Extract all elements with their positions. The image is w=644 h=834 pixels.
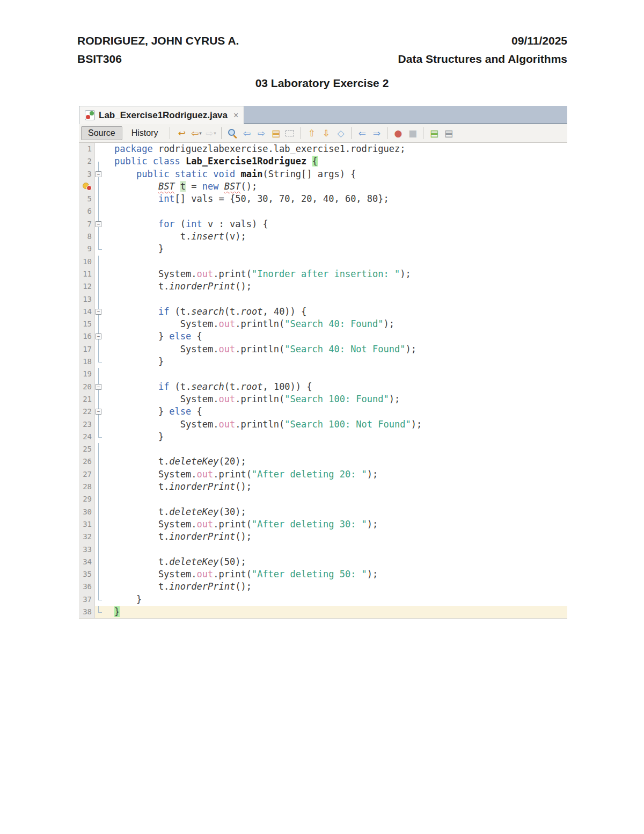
line-number[interactable]: 14: [79, 306, 95, 318]
line-number[interactable]: 24: [79, 431, 95, 443]
forward-icon[interactable]: ⇨▾: [204, 127, 217, 140]
find-selection-icon[interactable]: [225, 127, 239, 140]
code-line[interactable]: } else {: [113, 330, 567, 343]
line-number[interactable]: 25: [79, 443, 95, 455]
code-line[interactable]: int[] vals = {50, 30, 70, 20, 40, 60, 80…: [113, 193, 567, 205]
code-line[interactable]: System.out.print("After deleting 30: ");: [113, 518, 567, 531]
code-fold-toggle[interactable]: −: [95, 405, 113, 418]
code-line[interactable]: [113, 443, 567, 455]
line-number[interactable]: 5: [79, 193, 95, 205]
start-macro-recording-icon[interactable]: ●: [391, 127, 405, 140]
code-line[interactable]: System.out.print("Inorder after insertio…: [113, 268, 567, 280]
code-line[interactable]: [113, 205, 567, 217]
code-line[interactable]: t.deleteKey(30);: [113, 506, 567, 518]
code-line[interactable]: [113, 368, 567, 380]
line-number[interactable]: 19: [79, 368, 95, 380]
code-line[interactable]: if (t.search(t.root, 100)) {: [113, 381, 567, 393]
line-number[interactable]: 17: [79, 343, 95, 356]
find-next-icon[interactable]: ⇨: [254, 127, 268, 140]
code-line[interactable]: }: [113, 606, 567, 618]
code-line[interactable]: t.inorderPrint();: [113, 481, 567, 493]
code-line[interactable]: public class Lab_Exercise1Rodriguez {: [113, 155, 567, 168]
line-number[interactable]: 33: [79, 543, 95, 556]
line-number[interactable]: 36: [79, 581, 95, 593]
find-previous-icon[interactable]: ⇦: [240, 127, 253, 140]
next-bookmark-icon[interactable]: ⇩: [319, 127, 333, 140]
code-line[interactable]: }: [113, 356, 567, 368]
fold-collapse-icon[interactable]: −: [96, 221, 101, 227]
line-number[interactable]: 1: [79, 143, 95, 155]
code-line[interactable]: [113, 543, 567, 556]
code-line[interactable]: package rodriguezlabexercise.lab_exercis…: [113, 143, 567, 155]
previous-bookmark-icon[interactable]: ⇧: [305, 127, 318, 140]
code-line[interactable]: }: [113, 593, 567, 606]
line-number[interactable]: 35: [79, 568, 95, 581]
line-number[interactable]: 2: [79, 155, 95, 168]
line-number[interactable]: 13: [79, 293, 95, 306]
line-number[interactable]: 20: [79, 381, 95, 393]
line-number[interactable]: 38: [79, 606, 95, 618]
line-number[interactable]: 18: [79, 356, 95, 368]
code-line[interactable]: t.inorderPrint();: [113, 280, 567, 293]
line-number[interactable]: 11: [79, 268, 95, 280]
stop-macro-recording-icon[interactable]: ■: [406, 127, 419, 140]
error-hint-gutter-cell[interactable]: [79, 180, 95, 193]
last-edit-icon[interactable]: ↩: [175, 127, 188, 140]
line-number[interactable]: 29: [79, 493, 95, 505]
line-number[interactable]: 15: [79, 318, 95, 330]
toggle-highlight-search-icon[interactable]: ▤: [269, 127, 282, 140]
line-number[interactable]: 10: [79, 256, 95, 268]
line-number[interactable]: 32: [79, 531, 95, 543]
code-line[interactable]: System.out.print("After deleting 50: ");: [113, 568, 567, 581]
back-icon[interactable]: ⇦▾: [189, 127, 203, 140]
line-number[interactable]: 3: [79, 168, 95, 180]
fold-collapse-icon[interactable]: −: [96, 309, 101, 315]
uncomment-icon[interactable]: ▤: [442, 127, 455, 140]
code-line[interactable]: }: [113, 243, 567, 255]
code-line[interactable]: [113, 293, 567, 306]
code-line[interactable]: System.out.print("After deleting 20: ");: [113, 468, 567, 481]
code-fold-toggle[interactable]: −: [95, 168, 113, 180]
error-bulb-icon[interactable]: [83, 182, 92, 191]
code-fold-toggle[interactable]: −: [95, 381, 113, 393]
code-line[interactable]: t.deleteKey(20);: [113, 455, 567, 468]
line-number[interactable]: 22: [79, 405, 95, 418]
line-number[interactable]: 23: [79, 418, 95, 431]
fold-collapse-icon[interactable]: −: [96, 409, 101, 415]
code-fold-toggle[interactable]: −: [95, 218, 113, 230]
code-line[interactable]: System.out.println("Search 40: Not Found…: [113, 343, 567, 356]
code-line[interactable]: t.deleteKey(50);: [113, 556, 567, 568]
line-number[interactable]: 37: [79, 593, 95, 606]
fold-collapse-icon[interactable]: −: [96, 333, 101, 339]
line-number[interactable]: 8: [79, 230, 95, 243]
tab-close-icon[interactable]: ×: [233, 111, 238, 120]
code-fold-toggle[interactable]: −: [95, 306, 113, 318]
fold-collapse-icon[interactable]: −: [96, 171, 101, 177]
line-number[interactable]: 31: [79, 518, 95, 531]
code-line[interactable]: }: [113, 431, 567, 443]
line-number[interactable]: 12: [79, 280, 95, 293]
comment-icon[interactable]: ▤: [427, 127, 441, 140]
line-number[interactable]: 28: [79, 481, 95, 493]
code-line[interactable]: t.inorderPrint();: [113, 581, 567, 593]
code-line[interactable]: public static void main(String[] args) {: [113, 168, 567, 180]
code-line[interactable]: if (t.search(t.root, 40)) {: [113, 306, 567, 318]
shift-line-right-icon[interactable]: ⇒: [370, 127, 383, 140]
line-number[interactable]: 16: [79, 330, 95, 343]
code-fold-toggle[interactable]: −: [95, 330, 113, 343]
line-number[interactable]: 27: [79, 468, 95, 481]
file-tab[interactable]: Lab_Exercise1Rodriguez.java ×: [79, 106, 244, 124]
code-line[interactable]: System.out.println("Search 100: Not Foun…: [113, 418, 567, 431]
fold-collapse-icon[interactable]: −: [96, 384, 101, 390]
code-line[interactable]: BST t = new BST();: [113, 180, 567, 193]
history-view-button[interactable]: History: [125, 126, 165, 140]
code-line[interactable]: System.out.println("Search 100: Found");: [113, 393, 567, 405]
line-number[interactable]: 7: [79, 218, 95, 230]
rectangular-selection-icon[interactable]: [283, 127, 297, 140]
line-number[interactable]: 30: [79, 506, 95, 518]
code-line[interactable]: t.inorderPrint();: [113, 531, 567, 543]
line-number[interactable]: 6: [79, 205, 95, 217]
line-number[interactable]: 21: [79, 393, 95, 405]
source-view-button[interactable]: Source: [81, 126, 122, 140]
line-number[interactable]: 34: [79, 556, 95, 568]
